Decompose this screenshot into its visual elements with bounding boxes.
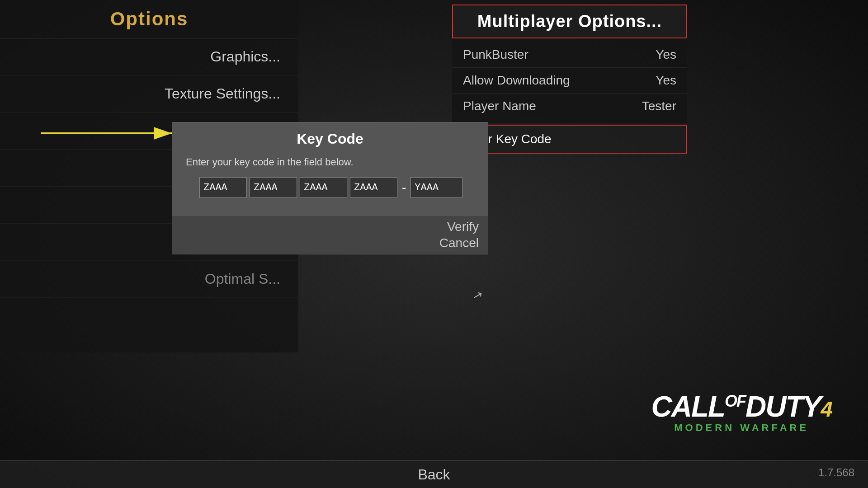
mp-option-player-name[interactable]: Player Name Tester — [452, 94, 687, 119]
mp-options-list: PunkBuster Yes Allow Downloading Yes Pla… — [452, 38, 687, 123]
mp-option-punkbuster-label: PunkBuster — [463, 47, 528, 62]
mp-option-player-name-label: Player Name — [463, 99, 536, 113]
cod-of-text: OF — [725, 392, 745, 410]
arrow-icon — [36, 120, 181, 147]
cod-logo-subtitle: MODERN WARFARE — [651, 422, 832, 434]
mp-option-punkbuster-value: Yes — [656, 47, 676, 62]
keycode-inputs: - — [186, 177, 474, 198]
dialog-body: Enter your key code in the field below. … — [172, 152, 488, 216]
options-title: Options — [0, 0, 298, 38]
menu-item-optimal-settings[interactable]: Optimal S... — [0, 261, 298, 298]
mp-title-text: Multiplayer Options... — [477, 12, 662, 31]
back-button-bar[interactable]: Back — [0, 461, 868, 488]
menu-item-texture-settings[interactable]: Texture Settings... — [0, 75, 298, 113]
mp-option-player-name-value: Tester — [642, 99, 676, 113]
dialog-footer: Verify Cancel — [172, 216, 488, 254]
verify-button[interactable]: Verify — [447, 220, 479, 234]
version-text: 1.7.568 — [818, 466, 854, 479]
mp-option-allow-downloading-label: Allow Downloading — [463, 73, 570, 88]
keycode-input-1[interactable] — [199, 177, 247, 198]
keycode-input-2[interactable] — [250, 177, 297, 198]
cod-duty-text: DUTY — [745, 390, 821, 423]
cod-logo: CALLOFDUTY4 MODERN WARFARE — [651, 392, 832, 434]
dialog-title: Key Code — [172, 122, 488, 152]
back-button-label: Back — [418, 466, 450, 483]
cod-call-text: CALL — [651, 390, 725, 423]
dialog-instruction: Enter your key code in the field below. — [186, 156, 474, 168]
cod-logo-title: CALLOFDUTY4 — [651, 392, 832, 421]
cod-number: 4 — [821, 397, 832, 421]
key-code-dialog: Key Code Enter your key code in the fiel… — [172, 122, 488, 254]
keycode-input-4[interactable] — [350, 177, 397, 198]
keycode-input-5[interactable] — [410, 177, 462, 198]
mp-option-punkbuster[interactable]: PunkBuster Yes — [452, 42, 687, 68]
mp-option-allow-downloading[interactable]: Allow Downloading Yes — [452, 68, 687, 94]
arrow-annotation — [36, 120, 181, 147]
menu-item-graphics[interactable]: Graphics... — [0, 38, 298, 75]
mp-title-box[interactable]: Multiplayer Options... — [452, 5, 687, 38]
keycode-input-3[interactable] — [300, 177, 347, 198]
mp-option-allow-downloading-value: Yes — [656, 73, 676, 88]
keycode-dash: - — [400, 180, 408, 195]
cancel-button[interactable]: Cancel — [439, 236, 479, 250]
